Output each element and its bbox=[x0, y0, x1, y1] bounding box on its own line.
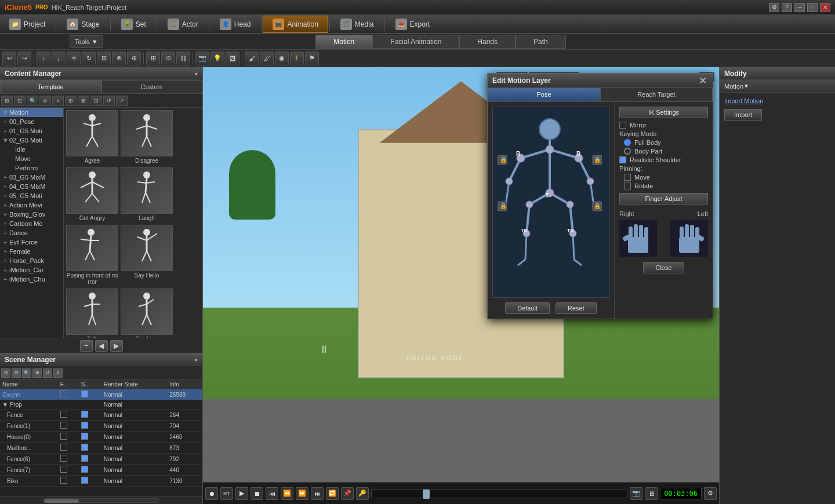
tab-motion[interactable]: Motion bbox=[315, 35, 372, 49]
import-motion-link[interactable]: Import Motion bbox=[720, 95, 835, 107]
grid-item-disagree[interactable]: Disagree bbox=[121, 110, 173, 165]
timeline-thumb[interactable] bbox=[423, 490, 430, 499]
sm-btn-2[interactable]: ⊟ bbox=[12, 368, 21, 378]
eml-tab-pose[interactable]: Pose bbox=[488, 87, 600, 101]
close-button[interactable]: ✕ bbox=[820, 3, 830, 12]
cm-btn-9[interactable]: ↺ bbox=[103, 96, 115, 106]
tree-imotion-chu[interactable]: +iMotion_Chu bbox=[0, 275, 63, 284]
table-row[interactable]: Bike Normal 7130 bbox=[0, 476, 202, 487]
settings-icon[interactable]: ⚙ bbox=[769, 3, 779, 12]
tree-dance[interactable]: +Dance bbox=[0, 228, 63, 238]
align-tool[interactable]: ⊞ bbox=[146, 52, 160, 65]
maximize-button[interactable]: □ bbox=[807, 3, 818, 12]
pivot-tool[interactable]: ⊙ bbox=[161, 52, 175, 65]
scene-manager-close[interactable]: ▪ bbox=[195, 355, 198, 364]
checkbox-s-bike[interactable] bbox=[81, 477, 88, 484]
move-up-button[interactable]: ↑ bbox=[37, 52, 50, 65]
pause-icon[interactable]: ⏸ bbox=[319, 344, 329, 356]
cm-btn-7[interactable]: ⊠ bbox=[78, 96, 89, 106]
tree-action[interactable]: +Action Movi bbox=[0, 200, 63, 210]
reset-button[interactable]: Reset bbox=[556, 302, 597, 314]
character-tool[interactable]: 🚶 bbox=[290, 52, 304, 65]
checkbox-f-gwynn[interactable] bbox=[60, 390, 67, 397]
cm-btn-8[interactable]: ⊡ bbox=[90, 96, 102, 106]
tab-hands[interactable]: Hands bbox=[459, 35, 515, 49]
tree-perform[interactable]: Perform bbox=[0, 163, 63, 173]
mask-tool[interactable]: ◉ bbox=[275, 52, 289, 65]
menu-project[interactable]: 📁 Project bbox=[0, 16, 55, 32]
eml-tab-reach[interactable]: Reach Target bbox=[600, 87, 713, 101]
tree-move[interactable]: Move bbox=[0, 154, 63, 163]
tree-05-g5[interactable]: +05_G5 Moti bbox=[0, 191, 63, 200]
cm-btn-1[interactable]: ⊞ bbox=[1, 96, 13, 106]
cm-forward-button[interactable]: ▶ bbox=[110, 340, 123, 352]
table-row[interactable]: Fence(7) Normal 440 bbox=[0, 465, 202, 476]
timeline-track[interactable] bbox=[371, 489, 627, 498]
move-down-button[interactable]: ↓ bbox=[52, 52, 66, 65]
tl-prev-button[interactable]: ⏮ bbox=[266, 487, 278, 500]
body-part-radio[interactable] bbox=[624, 148, 631, 155]
redo-button[interactable]: ↪ bbox=[17, 52, 31, 65]
cm-tab-template[interactable]: Template bbox=[0, 80, 101, 93]
tree-motion[interactable]: ▼Motion bbox=[0, 108, 63, 117]
table-row[interactable]: House(0) Normal 2460 bbox=[0, 432, 202, 443]
tools-button[interactable]: Tools ▼ bbox=[70, 35, 103, 48]
tree-horse[interactable]: +Horse_Pack bbox=[0, 256, 63, 265]
table-row[interactable]: ▼ Prop Normal bbox=[0, 400, 202, 410]
eml-close-button[interactable]: ✕ bbox=[696, 75, 708, 86]
checkbox-f-fence1[interactable] bbox=[60, 422, 67, 429]
tab-path[interactable]: Path bbox=[515, 35, 566, 49]
tree-imotion-car[interactable]: +iMotion_Car bbox=[0, 265, 63, 275]
grid-item-hello[interactable]: Say Hello bbox=[121, 225, 173, 286]
minimize-button[interactable]: ─ bbox=[794, 3, 805, 12]
rotate-checkbox[interactable] bbox=[624, 182, 631, 189]
brush-tool[interactable]: 🖌 bbox=[245, 52, 259, 65]
realistic-checkbox[interactable] bbox=[619, 156, 626, 163]
cm-btn-4[interactable]: ⊕ bbox=[39, 96, 51, 106]
cm-btn-3[interactable]: 🔍 bbox=[27, 96, 38, 106]
checkbox-s-gwynn[interactable] bbox=[81, 390, 88, 397]
tree-00-pose[interactable]: +00_Pose bbox=[0, 117, 63, 126]
checkbox-f-fence7[interactable] bbox=[60, 466, 67, 473]
content-manager-close[interactable]: ▪ bbox=[195, 69, 198, 78]
paint-tool[interactable]: 🖊 bbox=[260, 52, 274, 65]
tl-record-button[interactable]: ⏺ bbox=[205, 487, 218, 500]
default-button[interactable]: Default bbox=[505, 302, 550, 314]
checkbox-f-fence6[interactable] bbox=[60, 455, 67, 462]
tl-key-button[interactable]: 🔑 bbox=[356, 487, 369, 500]
checkbox-s-fence7[interactable] bbox=[81, 466, 88, 473]
tree-female[interactable]: +Female bbox=[0, 247, 63, 256]
checkbox-s-fence1[interactable] bbox=[81, 422, 88, 429]
grid-item-posing[interactable]: Posing in front of mirror bbox=[66, 225, 118, 286]
menu-animation[interactable]: 🎬 Animation bbox=[263, 16, 328, 33]
checkbox-f-fence[interactable] bbox=[60, 411, 67, 418]
sm-btn-5[interactable]: ↺ bbox=[43, 368, 52, 378]
checkbox-f-mailbox[interactable] bbox=[60, 444, 67, 451]
grid-item-talk[interactable]: Talk bbox=[66, 288, 118, 338]
tl-stop-button[interactable]: ⏹ bbox=[251, 487, 263, 500]
menu-head[interactable]: 👤 Head bbox=[210, 16, 260, 32]
menu-export[interactable]: 📤 Export bbox=[386, 16, 440, 32]
tree-01-g5[interactable]: +01_G5 Moti bbox=[0, 126, 63, 136]
undo-button[interactable]: ↩ bbox=[2, 52, 16, 65]
table-row[interactable]: Fence(6) Normal 792 bbox=[0, 454, 202, 465]
tl-cam-button[interactable]: 📷 bbox=[630, 487, 642, 500]
tl-screen-button[interactable]: 🖥 bbox=[645, 487, 658, 500]
tl-rewind-button[interactable]: ⏪ bbox=[281, 487, 293, 500]
motion-dropdown[interactable]: Motion ▼ bbox=[720, 80, 835, 93]
grid-item-laugh[interactable]: Laugh bbox=[121, 167, 173, 222]
menu-media[interactable]: 🎵 Media bbox=[331, 16, 383, 32]
cm-btn-6[interactable]: ⊞ bbox=[65, 96, 77, 106]
sm-scrollbar[interactable] bbox=[0, 496, 202, 504]
render-tool[interactable]: 🖼 bbox=[226, 52, 239, 65]
sm-btn-1[interactable]: ⊞ bbox=[1, 368, 10, 378]
tl-settings-button[interactable]: ⚙ bbox=[704, 487, 717, 500]
menu-actor[interactable]: 🚶 Actor bbox=[158, 16, 208, 32]
checkbox-s-fence[interactable] bbox=[81, 411, 88, 418]
tree-idle[interactable]: Idle bbox=[0, 145, 63, 154]
tree-02-g5[interactable]: ▼02_G5 Moti bbox=[0, 136, 63, 145]
move-checkbox[interactable] bbox=[624, 174, 631, 181]
move-tool[interactable]: ✛ bbox=[67, 52, 81, 65]
sm-btn-6[interactable]: ≡ bbox=[53, 368, 63, 378]
camera-tool[interactable]: 📷 bbox=[195, 52, 209, 65]
